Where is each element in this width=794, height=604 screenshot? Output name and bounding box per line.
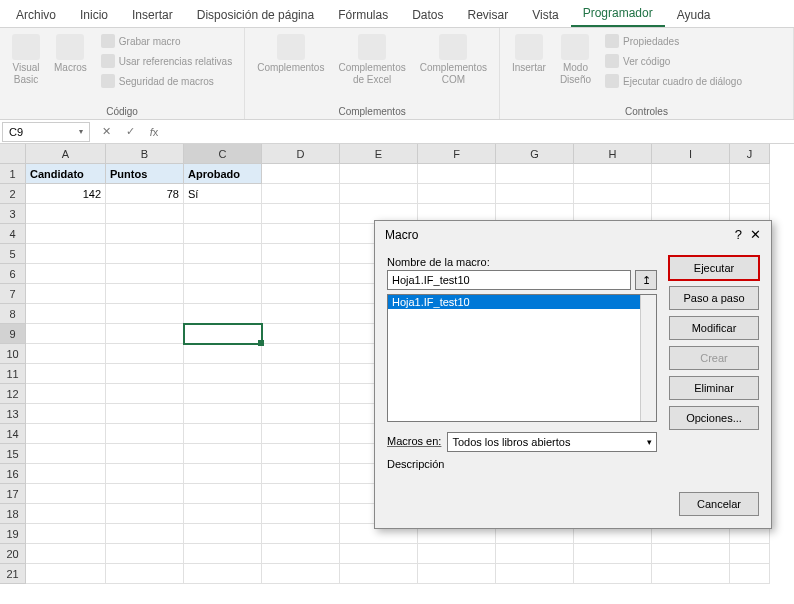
cell-C21[interactable]	[184, 564, 262, 584]
tab-disposicion[interactable]: Disposición de página	[185, 3, 326, 27]
col-head-b[interactable]: B	[106, 144, 184, 164]
cell-D21[interactable]	[262, 564, 340, 584]
cell-G20[interactable]	[496, 544, 574, 564]
select-all-corner[interactable]	[0, 144, 26, 164]
tab-ayuda[interactable]: Ayuda	[665, 3, 723, 27]
cell-J20[interactable]	[730, 544, 770, 564]
tab-inicio[interactable]: Inicio	[68, 3, 120, 27]
tab-programador[interactable]: Programador	[571, 1, 665, 27]
row-head-7[interactable]: 7	[0, 284, 26, 304]
cell-G1[interactable]	[496, 164, 574, 184]
eliminar-button[interactable]: Eliminar	[669, 376, 759, 400]
complementos-excel-button[interactable]: Complementos de Excel	[334, 32, 409, 88]
cell-I1[interactable]	[652, 164, 730, 184]
cell-I20[interactable]	[652, 544, 730, 564]
seguridad-macros-button[interactable]: Seguridad de macros	[97, 72, 236, 90]
cell-D11[interactable]	[262, 364, 340, 384]
cell-C12[interactable]	[184, 384, 262, 404]
close-icon[interactable]: ✕	[750, 227, 761, 242]
cell-A2[interactable]: 142	[26, 184, 106, 204]
cell-B17[interactable]	[106, 484, 184, 504]
cell-B6[interactable]	[106, 264, 184, 284]
crear-button[interactable]: Crear	[669, 346, 759, 370]
tab-formulas[interactable]: Fórmulas	[326, 3, 400, 27]
ejecutar-dialogo-button[interactable]: Ejecutar cuadro de diálogo	[601, 72, 746, 90]
visual-basic-button[interactable]: Visual Basic	[8, 32, 44, 88]
cell-B3[interactable]	[106, 204, 184, 224]
cell-A19[interactable]	[26, 524, 106, 544]
cell-E1[interactable]	[340, 164, 418, 184]
cell-B10[interactable]	[106, 344, 184, 364]
cell-B12[interactable]	[106, 384, 184, 404]
tab-revisar[interactable]: Revisar	[456, 3, 521, 27]
col-head-g[interactable]: G	[496, 144, 574, 164]
cell-C7[interactable]	[184, 284, 262, 304]
cell-F21[interactable]	[418, 564, 496, 584]
complementos-button[interactable]: Complementos	[253, 32, 328, 76]
col-head-i[interactable]: I	[652, 144, 730, 164]
cell-D16[interactable]	[262, 464, 340, 484]
row-head-19[interactable]: 19	[0, 524, 26, 544]
cell-D6[interactable]	[262, 264, 340, 284]
fx-icon[interactable]: fx	[146, 126, 162, 138]
cell-D3[interactable]	[262, 204, 340, 224]
col-head-h[interactable]: H	[574, 144, 652, 164]
cell-F2[interactable]	[418, 184, 496, 204]
row-head-10[interactable]: 10	[0, 344, 26, 364]
cancelar-button[interactable]: Cancelar	[679, 492, 759, 516]
cell-A14[interactable]	[26, 424, 106, 444]
cell-E20[interactable]	[340, 544, 418, 564]
cell-B11[interactable]	[106, 364, 184, 384]
cell-D12[interactable]	[262, 384, 340, 404]
row-head-17[interactable]: 17	[0, 484, 26, 504]
collapse-dialog-button[interactable]: ↥	[635, 270, 657, 290]
cell-D7[interactable]	[262, 284, 340, 304]
help-button[interactable]: ?	[735, 227, 742, 242]
scrollbar[interactable]	[640, 295, 656, 421]
cell-I21[interactable]	[652, 564, 730, 584]
cell-A21[interactable]	[26, 564, 106, 584]
cell-C6[interactable]	[184, 264, 262, 284]
cell-B9[interactable]	[106, 324, 184, 344]
cell-H20[interactable]	[574, 544, 652, 564]
cell-F1[interactable]	[418, 164, 496, 184]
cell-F20[interactable]	[418, 544, 496, 564]
cell-B15[interactable]	[106, 444, 184, 464]
cell-E21[interactable]	[340, 564, 418, 584]
col-head-j[interactable]: J	[730, 144, 770, 164]
macros-en-select[interactable]: Todos los libros abiertos ▾	[447, 432, 657, 452]
cell-D18[interactable]	[262, 504, 340, 524]
cell-A12[interactable]	[26, 384, 106, 404]
cell-H1[interactable]	[574, 164, 652, 184]
name-box[interactable]: C9 ▾	[2, 122, 90, 142]
cell-A3[interactable]	[26, 204, 106, 224]
dialog-titlebar[interactable]: Macro ? ✕	[375, 221, 771, 248]
cell-D15[interactable]	[262, 444, 340, 464]
row-head-8[interactable]: 8	[0, 304, 26, 324]
macro-list-item[interactable]: Hoja1.IF_test10	[388, 295, 656, 309]
cell-C10[interactable]	[184, 344, 262, 364]
cell-C20[interactable]	[184, 544, 262, 564]
cell-A6[interactable]	[26, 264, 106, 284]
cell-A11[interactable]	[26, 364, 106, 384]
cell-G2[interactable]	[496, 184, 574, 204]
cell-H21[interactable]	[574, 564, 652, 584]
row-head-9[interactable]: 9	[0, 324, 26, 344]
cell-B21[interactable]	[106, 564, 184, 584]
cell-D19[interactable]	[262, 524, 340, 544]
paso-a-paso-button[interactable]: Paso a paso	[669, 286, 759, 310]
row-head-1[interactable]: 1	[0, 164, 26, 184]
cell-C14[interactable]	[184, 424, 262, 444]
insertar-control-button[interactable]: Insertar	[508, 32, 550, 76]
cell-C15[interactable]	[184, 444, 262, 464]
cell-J1[interactable]	[730, 164, 770, 184]
row-head-20[interactable]: 20	[0, 544, 26, 564]
cell-C4[interactable]	[184, 224, 262, 244]
cell-C2[interactable]: Sí	[184, 184, 262, 204]
cell-A13[interactable]	[26, 404, 106, 424]
cell-D8[interactable]	[262, 304, 340, 324]
cell-B1[interactable]: Puntos	[106, 164, 184, 184]
row-head-6[interactable]: 6	[0, 264, 26, 284]
row-head-15[interactable]: 15	[0, 444, 26, 464]
cell-C8[interactable]	[184, 304, 262, 324]
